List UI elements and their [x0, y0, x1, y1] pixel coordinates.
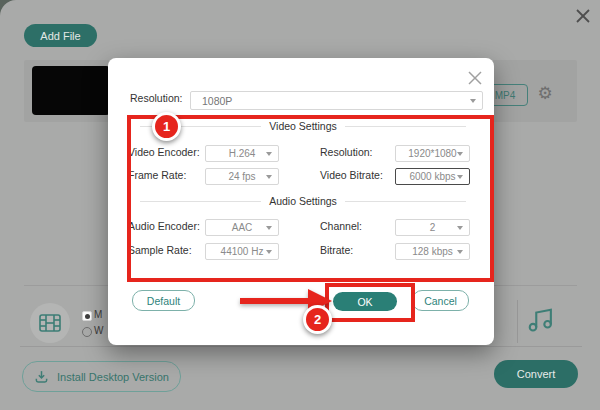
ok-button[interactable]: OK: [333, 292, 397, 311]
resolution-top-select[interactable]: 1080P: [190, 91, 483, 110]
format-radio-unselected[interactable]: [82, 327, 92, 337]
bitrate-select[interactable]: 128 kbps: [395, 243, 470, 260]
divider-bottom: [20, 346, 582, 347]
music-note-icon[interactable]: [526, 305, 554, 333]
field-label: Bitrate:: [320, 243, 353, 258]
chevron-down-icon: [470, 99, 476, 103]
add-file-button[interactable]: Add File: [24, 24, 97, 47]
gear-icon[interactable]: ⚙: [534, 83, 556, 105]
header-line: [345, 126, 466, 127]
header-line: [345, 201, 466, 202]
video-settings-title: Video Settings: [269, 120, 337, 132]
chevron-down-icon: [266, 226, 272, 230]
video-formats-badge: [30, 303, 70, 343]
field-label: Sample Rate:: [128, 243, 192, 258]
field-value: 24 fps: [228, 171, 255, 182]
field-value: 2: [430, 222, 436, 233]
chevron-down-icon: [266, 175, 272, 179]
audio-encoder-select[interactable]: AAC: [205, 219, 279, 236]
video-settings-header: Video Settings: [140, 119, 466, 133]
default-button[interactable]: Default: [132, 290, 195, 311]
field-value: H.264: [229, 148, 256, 159]
install-desktop-button[interactable]: Install Desktop Version: [22, 361, 181, 392]
annotation-step-1: 1: [152, 112, 181, 141]
field-value: AAC: [232, 222, 253, 233]
frame-rate-select[interactable]: 24 fps: [205, 168, 279, 185]
field-label: Frame Rate:: [128, 168, 186, 183]
format-radio-selected[interactable]: [82, 311, 92, 321]
video-bitrate-select[interactable]: 6000 kbps: [395, 168, 470, 185]
format-radio-label[interactable]: M: [94, 308, 102, 322]
field-value: 1920*1080: [408, 148, 456, 159]
dialog-close-icon[interactable]: [466, 69, 484, 87]
chevron-down-icon: [457, 250, 463, 254]
field-label: Channel:: [320, 219, 362, 234]
annotation-step-2: 2: [303, 305, 332, 334]
field-label: Video Bitrate:: [320, 168, 383, 183]
resolution-top-label: Resolution:: [130, 91, 183, 106]
chevron-down-icon: [457, 226, 463, 230]
cancel-button[interactable]: Cancel: [412, 290, 469, 311]
video-encoder-select[interactable]: H.264: [205, 145, 279, 162]
resolution-top-value: 1080P: [202, 95, 232, 107]
resolution-select[interactable]: 1920*1080: [395, 145, 470, 162]
field-label: Video Encoder:: [128, 145, 200, 160]
section-vertical-divider: [517, 300, 518, 343]
header-line: [140, 201, 261, 202]
format-radio-label[interactable]: W: [94, 324, 103, 338]
download-icon: [34, 369, 49, 384]
video-thumbnail: [32, 66, 110, 115]
window-close-icon[interactable]: [573, 6, 593, 26]
convert-button[interactable]: Convert: [494, 360, 578, 388]
field-label: Resolution:: [320, 145, 373, 160]
field-value: 6000 kbps: [409, 171, 455, 182]
audio-settings-title: Audio Settings: [269, 195, 337, 207]
chevron-down-icon: [266, 250, 272, 254]
channel-select[interactable]: 2: [395, 219, 470, 236]
chevron-down-icon: [457, 175, 463, 179]
field-value: 44100 Hz: [221, 246, 264, 257]
audio-settings-header: Audio Settings: [140, 194, 466, 208]
film-icon: [38, 311, 62, 335]
chevron-down-icon: [266, 152, 272, 156]
install-desktop-label: Install Desktop Version: [57, 371, 169, 383]
sample-rate-select[interactable]: 44100 Hz: [205, 243, 279, 260]
field-value: 128 kbps: [412, 246, 453, 257]
chevron-down-icon: [457, 152, 463, 156]
field-label: Audio Encoder:: [128, 219, 200, 234]
